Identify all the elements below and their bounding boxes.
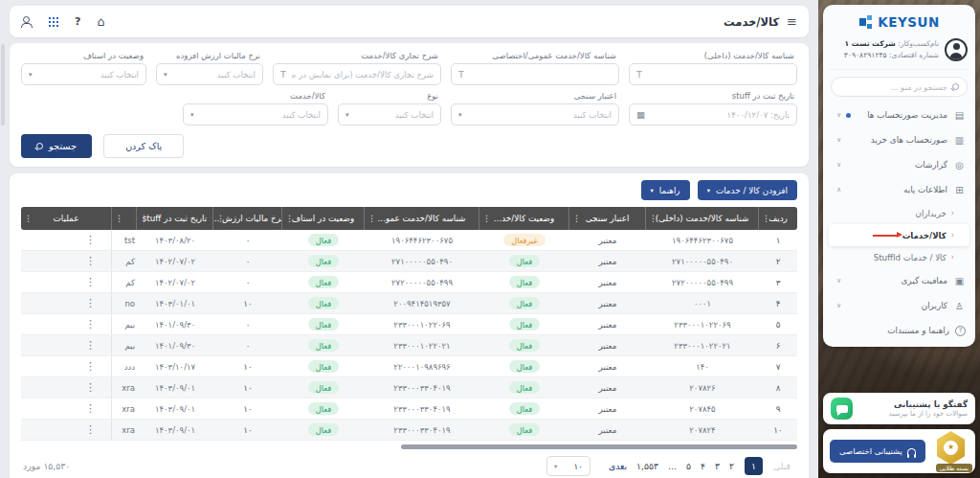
filter-input[interactable]: T	[451, 63, 619, 85]
column-header[interactable]: وضعیت کالا/خد... ⋮	[479, 207, 569, 230]
table-row[interactable]: ۴ ۰۰۰۱ معتبر فعال ۲۰۰۹۴۱۴۵۱۹۳۵۷ فعال ۱۰ …	[21, 293, 797, 314]
table-row[interactable]: ۳ ۲۷۲۰۰۰۰۰۵۵۰۴۹۹ معتبر فعال ۲۷۲۰۰۰۰۰۵۵۰۴…	[21, 272, 797, 293]
page-number-button[interactable]: ۳	[715, 461, 720, 471]
row-actions-icon[interactable]: ⋮	[85, 277, 96, 287]
page-scrollbar[interactable]	[1, 44, 5, 125]
gold-medal-icon	[935, 431, 967, 465]
sidebar-submenu-item[interactable]: ‹ کالا/خدمات	[829, 224, 969, 246]
column-header[interactable]: عملیات ⋮	[21, 207, 112, 230]
next-page-button[interactable]: بعدی	[609, 461, 627, 471]
table-row[interactable]: ۷ ۱۴۰ معتبر فعال ۲۲۰۰۰۱۰۹۸۹۶۹۶ فعال ۱۰ ۱…	[21, 356, 797, 377]
sidebar-submenu-item[interactable]: ‹ کالا / خدمات StuffId	[829, 246, 969, 268]
support-chat-subtitle: سوالات خود را از ما بپرسید	[858, 409, 968, 418]
filter-input[interactable]: T	[629, 63, 797, 85]
help-button[interactable]: راهنما ▾	[641, 180, 690, 200]
column-menu-icon[interactable]: ⋮	[482, 214, 491, 223]
filter-input[interactable]: انتخاب کنید ▾	[21, 63, 146, 85]
dedicated-support-button[interactable]: پشتیبانی اختصاصی	[830, 440, 925, 463]
column-menu-icon[interactable]: ⋮	[24, 214, 33, 223]
page-size-select[interactable]: ۱۰ ▾	[546, 456, 590, 476]
help-icon[interactable]: ?	[75, 15, 80, 28]
menu-search-placeholder: جستجو در منو ...	[891, 82, 947, 92]
table-row[interactable]: ۸ ۲۰۷۸۲۶ معتبر فعال ۲۳۳۰۰۰۳۳۰۴۰۱۹ فعال ۱…	[21, 377, 797, 398]
row-actions-icon[interactable]: ⋮	[85, 256, 96, 266]
avatar[interactable]	[945, 38, 968, 61]
user-icon[interactable]	[21, 16, 32, 27]
row-actions-icon[interactable]: ⋮	[85, 424, 96, 435]
cell-stuff-status: فعال	[282, 272, 365, 292]
filter-field-label: شرح تجاری کالا/خدمت	[273, 51, 441, 60]
column-header[interactable]: نرخ مالیات ارزش ... ⋮	[213, 207, 282, 230]
column-header[interactable]: شناسه کالا/خدمت (داخلی) ⋮	[646, 207, 759, 230]
sidebar-menu-item[interactable]: ▤ مدیریت صورتحساب ها ∨	[829, 102, 969, 127]
table-row[interactable]: ۶ ۲۳۳۰۰۰۱۰۲۲۰۲۱ معتبر فعال ۲۳۳۰۰۰۱۰۲۲۰۲۱…	[21, 335, 797, 356]
submenu-item-label: خریداران	[916, 209, 947, 218]
table-row[interactable]: ۹ ۲۰۷۸۴۵ معتبر فعال ۲۳۳۰۰۰۳۳۰۴۰۱۹ فعال ۱…	[21, 398, 797, 420]
page-number-button[interactable]: ۱,۵۵۳	[636, 461, 658, 471]
column-header[interactable]: اعتبار سنجی ⋮	[569, 207, 646, 230]
sidebar-menu-item[interactable]: ▣ معافیت گیری ∨	[829, 268, 969, 293]
sidebar-menu-item[interactable]: ? راهنما و مستندات	[829, 318, 969, 343]
row-actions-icon[interactable]: ⋮	[85, 235, 96, 245]
column-menu-icon[interactable]: ⋮	[140, 214, 148, 223]
clear-button[interactable]: پاک کردن	[103, 134, 184, 158]
table-row[interactable]: ۱ ۱۹۰۶۴۴۶۲۳۰۰۶۷۵ معتبر غیرفعال ۱۹۰۶۴۴۶۲۳…	[21, 230, 797, 251]
sidebar-menu-item[interactable]: ♙ کاربران ∨	[829, 293, 969, 318]
column-menu-icon[interactable]: ⋮	[115, 214, 123, 223]
page-number-button[interactable]: ۵	[686, 461, 691, 471]
prev-page-button[interactable]: قبلی	[773, 461, 791, 471]
cell-public-id: ۲۳۳۰۰۰۱۰۲۲۰۶۹	[365, 314, 479, 334]
filter-input[interactable]: انتخاب کنید ▾	[338, 103, 441, 125]
filter-input[interactable]: انتخاب کنید ▾	[156, 63, 263, 85]
filter-input[interactable]: شرح تجاری کالا/خدمت (برای نمایش در صورتح…	[273, 63, 441, 85]
column-header[interactable]: شناسه کالا/خدمت عمو... ⋮	[365, 207, 479, 230]
column-header[interactable]: تاریخ ثبت در stuff ⋮	[137, 207, 213, 230]
sidebar-submenu-item[interactable]: ‹ خریداران	[829, 202, 969, 224]
table-row[interactable]: ۵ ۲۳۳۰۰۰۱۰۲۲۰۶۹ معتبر فعال ۲۳۳۰۰۰۱۰۲۲۰۶۹…	[21, 314, 797, 335]
chevron-icon: ∨	[835, 277, 841, 285]
cell-validation: معتبر	[569, 356, 646, 376]
cell-internal-id: ۱۹۰۶۴۴۶۲۳۰۰۶۷۵	[646, 230, 759, 250]
column-menu-icon[interactable]: ⋮	[285, 214, 294, 223]
row-actions-icon[interactable]: ⋮	[85, 340, 96, 351]
home-icon[interactable]: ⌂	[97, 14, 104, 29]
search-button[interactable]: جستجو	[21, 134, 92, 158]
page-number-button[interactable]: ۲	[729, 461, 734, 471]
menu-item-label: مدیریت صورتحساب ها	[851, 110, 953, 120]
stuff-status-badge: فعال	[308, 423, 339, 436]
cell-vat-rate: ۰	[213, 314, 282, 334]
column-menu-icon[interactable]: ⋮	[572, 214, 581, 223]
column-menu-icon[interactable]: ⋮	[649, 214, 657, 223]
add-item-button[interactable]: افزودن کالا / خدمات ▾	[698, 180, 797, 200]
chevron-down-icon: ▾	[707, 187, 710, 194]
support-chat-card[interactable]: گفتگو با پشتیبانی سوالات خود را از ما بپ…	[823, 393, 975, 424]
filter-input[interactable]: انتخاب کنید ▾	[183, 103, 328, 125]
sidebar-menu-item[interactable]: ◎ گزارشات ∨	[829, 152, 969, 177]
sidebar-menu-item[interactable]: ▥ صورتحساب های خرید ∨	[829, 127, 969, 152]
page-number-button[interactable]: ...	[668, 461, 677, 471]
filter-input[interactable]: تاریخ: ۱۴۰۰/۱۲/۰۷ ▦	[629, 103, 797, 125]
column-menu-icon[interactable]: ⋮	[368, 214, 376, 223]
column-menu-icon[interactable]: ⋮	[216, 214, 225, 223]
row-actions-icon[interactable]: ⋮	[85, 403, 96, 414]
table-row[interactable]: ۲ ۲۷۱۰۰۰۰۰۵۵۰۴۹۰ معتبر فعال ۲۷۱۰۰۰۰۰۵۵۰۴…	[21, 251, 797, 272]
sidebar-menu-item[interactable]: ⊞ اطلاعات پایه ∧	[829, 177, 969, 202]
column-menu-icon[interactable]: ⋮	[762, 214, 770, 223]
table-horizontal-scrollbar[interactable]	[401, 444, 797, 449]
column-header[interactable]: ردیف ⋮	[759, 207, 797, 230]
column-header[interactable]: وضعیت در استاف ⋮	[282, 207, 365, 230]
keysun-logo-mark	[858, 14, 874, 30]
row-actions-icon[interactable]: ⋮	[85, 382, 96, 393]
page-number-button[interactable]: ۴	[701, 461, 705, 471]
row-actions-icon[interactable]: ⋮	[85, 361, 96, 372]
hamburger-icon[interactable]: ≡	[787, 14, 797, 29]
apps-grid-icon[interactable]	[48, 16, 58, 27]
search-icon	[952, 83, 959, 90]
filter-input[interactable]: انتخاب کنید ▾	[451, 103, 619, 125]
row-actions-icon[interactable]: ⋮	[85, 298, 96, 308]
column-header[interactable]: ⋮	[112, 207, 137, 230]
row-actions-icon[interactable]: ⋮	[85, 319, 96, 330]
table-row[interactable]: ۱۰ ۲۰۷۸۲۴ معتبر فعال ۲۳۳۰۰۰۳۳۰۴۰۱۹ فعال …	[21, 420, 797, 441]
menu-search-input[interactable]: جستجو در منو ...	[831, 77, 968, 97]
page-number-button[interactable]: ۱	[745, 457, 763, 475]
